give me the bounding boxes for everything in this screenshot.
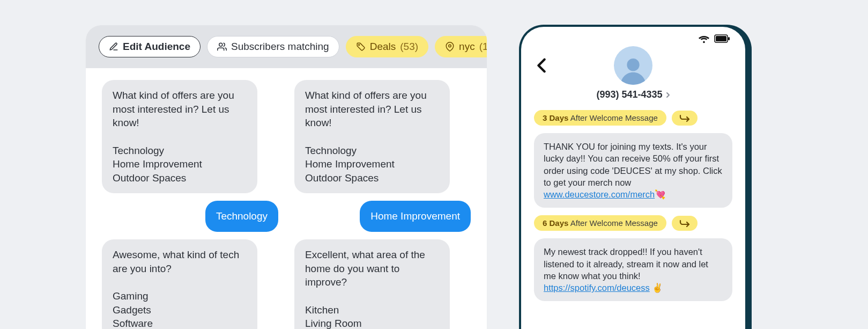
user-reply: Technology [205, 201, 278, 232]
user-reply: Home Improvement [360, 201, 471, 232]
drip-timing-pill[interactable]: 3 Days After Welcome Message [534, 110, 666, 126]
tag-icon [356, 42, 366, 52]
drip-timing-rest: After Welcome Message [570, 113, 658, 122]
drip-emoji: ✌️ [652, 283, 663, 293]
drip-arrow-button[interactable] [672, 111, 698, 126]
drip-link[interactable]: https://spotify.com/deucess [544, 283, 650, 293]
back-button[interactable] [536, 58, 547, 75]
drip-text: My newest track dropped!! If you haven't… [544, 247, 708, 281]
contact-header: (993) 541-4335 [521, 46, 745, 105]
edit-audience-button[interactable]: Edit Audience [99, 36, 201, 57]
battery-icon [714, 34, 730, 44]
return-arrow-icon [678, 114, 691, 122]
svg-rect-5 [728, 37, 730, 40]
tag-count: (184) [479, 41, 487, 53]
tag-deals[interactable]: Deals (53) [346, 36, 428, 57]
drip-message: My newest track dropped!! If you haven't… [534, 238, 732, 301]
svg-point-6 [627, 59, 639, 71]
bot-message: Awesome, what kind of tech are you into?… [102, 239, 257, 329]
svg-point-1 [358, 45, 359, 46]
tag-name: nyc [459, 41, 475, 53]
drip-timing-rest: After Welcome Message [570, 218, 658, 228]
subscribers-label: Subscribers matching [231, 41, 329, 53]
contact-number-row[interactable]: (993) 541-4335 [596, 89, 670, 100]
tag-name: Deals [370, 41, 396, 53]
tag-nyc[interactable]: nyc (184) [435, 36, 487, 57]
wifi-icon [698, 34, 710, 44]
thread-left: What kind of offers are you most interes… [102, 80, 278, 329]
bot-message: What kind of offers are you most interes… [294, 80, 450, 193]
drip-timing-row: 6 Days After Welcome Message [534, 215, 732, 231]
drip-timing-row: 3 Days After Welcome Message [534, 110, 732, 126]
audience-chat-panel: Edit Audience Subscribers matching Deals… [86, 25, 487, 329]
drip-timing-bold: 3 Days [543, 113, 568, 122]
drip-message: THANK YOU for joining my texts. It's you… [534, 133, 732, 208]
bot-message: What kind of offers are you most interes… [102, 80, 257, 193]
edit-icon [109, 42, 118, 52]
tag-count: (53) [400, 41, 418, 53]
return-arrow-icon [678, 219, 691, 228]
people-icon [217, 42, 227, 52]
pin-icon [445, 42, 455, 52]
chat-threads: What kind of offers are you most interes… [86, 68, 487, 329]
phone-mock: (993) 541-4335 3 Days After Welcome Mess… [519, 25, 747, 329]
status-bar [521, 27, 745, 46]
contact-number: (993) 541-4335 [596, 89, 662, 100]
drip-link[interactable]: www.deucestore.com/merch [544, 189, 655, 199]
subscribers-matching-pill: Subscribers matching [207, 36, 339, 57]
drip-arrow-button[interactable] [672, 216, 698, 231]
chevron-right-icon [666, 92, 670, 98]
thread-right: What kind of offers are you most interes… [294, 80, 471, 329]
drip-timing-bold: 6 Days [543, 218, 568, 228]
drip-timing-pill[interactable]: 6 Days After Welcome Message [534, 215, 666, 231]
drip-text: THANK YOU for joining my texts. It's you… [544, 142, 722, 187]
edit-audience-label: Edit Audience [123, 41, 190, 53]
drip-emoji: 💘 [655, 189, 666, 199]
svg-point-0 [219, 43, 222, 46]
avatar [614, 46, 652, 85]
bot-message: Excellent, what area of the home do you … [294, 239, 450, 329]
audience-header: Edit Audience Subscribers matching Deals… [86, 25, 487, 68]
drip-messages: 3 Days After Welcome Message THANK YOU f… [521, 105, 745, 301]
svg-rect-4 [716, 36, 726, 41]
svg-point-2 [449, 45, 451, 47]
